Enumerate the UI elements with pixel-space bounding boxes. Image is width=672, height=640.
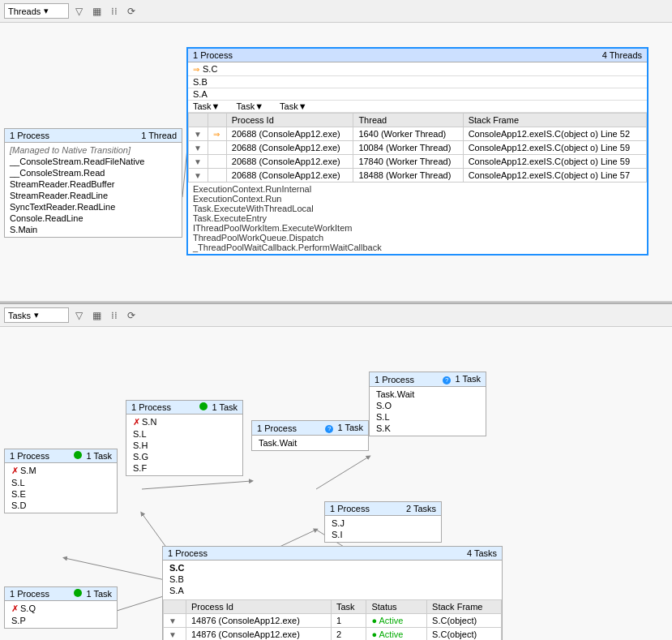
list-item: S.Main [10,224,177,235]
node-wait2[interactable]: 1 Process ? 1 Task Task.Wait S.O S.L S.K [369,372,486,436]
node-2tasks-process: 1 Process [330,504,370,513]
list-item: SyncTextReader.ReadLine [10,201,177,213]
node-sq-header: 1 Process 1 Task [5,587,117,601]
node-wait1-process: 1 Process [257,423,297,433]
main-thread-node[interactable]: 1 Process 4 Threads ⇒ S.C S.B S.A Task▼ … [186,47,648,256]
node-sm[interactable]: 1 Process 1 Task ✗S.M S.L S.E S.D [4,449,118,513]
expand-cell[interactable]: ▼ [189,141,208,155]
tasks-table: Process Id Task Status Stack Frame ▼ 148… [163,599,502,640]
arrow-cell [208,169,226,183]
node-wait1-body: Task.Wait [252,436,368,450]
expand-arrow-icon[interactable]: ▼ [194,157,202,166]
left-thread-node: 1 Process 1 Thread [Managed to Native Tr… [4,128,182,238]
green-badge-icon3 [199,402,208,410]
main-node-process: 1 Process [193,50,233,60]
list-item: ✗S.Q [10,603,112,615]
main-node-threads: 4 Threads [602,50,642,60]
list-item: S.L [131,428,238,440]
current-thread-icon: ⇒ [213,130,220,139]
group-button[interactable]: ▦ [89,3,105,19]
table-row[interactable]: ▼ 20688 (ConsoleApp12.exe) 18488 (Worker… [189,169,647,183]
node-sc-tasks[interactable]: 1 Process 4 Tasks S.C S.B S.A Process Id… [162,546,503,640]
x-icon2: ✗ [11,603,19,614]
expand-cell[interactable]: ▼ [164,628,186,641]
expand-cell[interactable]: ▼ [189,155,208,169]
col-task: Task [331,600,366,614]
table-row[interactable]: ▼ ⇒ 20688 (ConsoleApp12.exe) 1640 (Worke… [189,127,647,141]
frame-cell: S.C(object) [427,614,502,628]
node-2tasks-count: 2 Tasks [406,504,436,513]
tasks-panel: 1 Process 1 Task ✗S.M S.L S.E S.D 1 Proc… [0,327,672,640]
expand-cell[interactable]: ▼ [164,614,186,628]
frame-cell: ConsoleApp12.exeIS.C(object o) Line 59 [463,141,646,155]
col-thread: Thread [353,114,463,127]
thread-table: Process Id Thread Stack Frame ▼ ⇒ 20688 … [188,113,647,183]
table-row[interactable]: ▼ 20688 (ConsoleApp12.exe) 17840 (Worker… [189,155,647,169]
left-node-thread: 1 Thread [141,131,177,140]
node-sq-process: 1 Process [10,589,49,599]
node-sc-process: 1 Process [168,548,208,558]
tasks-group-button[interactable]: ▦ [89,307,105,324]
list-item: ✗S.M [10,465,112,477]
expand-cell[interactable]: ▼ [189,127,208,141]
col-expand [164,600,186,614]
tasks-dropdown-arrow: ▾ [34,310,39,320]
pid-cell: 20688 (ConsoleApp12.exe) [226,169,353,183]
tasks-filter-button[interactable]: ▽ [72,307,86,324]
table-row[interactable]: ▼ 14876 (ConsoleApp12.exe) 2 ● Active S.… [164,628,502,641]
tasks-columns-button[interactable]: ⁞⁞ [108,307,121,324]
x-icon: ✗ [11,466,19,476]
node-sc-body: S.C S.B S.A [163,561,502,598]
list-item: Task.ExecuteEntry [193,213,642,223]
frame-cell: S.C(object) [427,628,502,641]
node-wait1[interactable]: 1 Process ? 1 Task Task.Wait [251,420,369,451]
list-item: S.H [131,440,238,451]
thread-cell: 18488 (Worker Thread) [353,169,463,183]
x-icon3: ✗ [133,417,140,427]
green-badge-icon [74,451,82,459]
node-wait2-header: 1 Process ? 1 Task [370,372,486,387]
expand-arrow-icon[interactable]: ▼ [169,616,177,625]
list-item: StreamReader.ReadBuffer [10,178,177,190]
tasks-dropdown[interactable]: Tasks ▾ [4,307,69,323]
thread-cell: 17840 (Worker Thread) [353,155,463,169]
task-rows-header: Task▼ Task▼ Task▼ [188,101,647,113]
node-sn[interactable]: 1 Process 1 Task ✗S.N S.L S.H S.G S.F [126,400,243,476]
col-expand [189,114,208,127]
list-item: ThreadPoolWorkQueue.Dispatch [193,233,642,243]
list-item: _ThreadPoolWaitCallback.PerformWaitCallb… [193,243,642,252]
node-sn-process: 1 Process [131,402,171,412]
expand-arrow-icon[interactable]: ▼ [194,171,202,180]
node-sm-body: ✗S.M S.L S.E S.D [5,463,117,513]
callstack-section: ExecutionContext.RunInternal ExecutionCo… [188,183,647,254]
tasks-refresh-button[interactable]: ⟳ [124,307,139,324]
list-item: S.L [375,411,481,423]
node-sm-header: 1 Process 1 Task [5,449,117,463]
task-cell: 2 [331,628,366,641]
refresh-button[interactable]: ⟳ [124,3,139,19]
task-cell: 1 [331,614,366,628]
expand-arrow-icon[interactable]: ▼ [169,630,177,639]
expand-cell[interactable]: ▼ [189,169,208,183]
active-status: ● Active [371,629,403,639]
dropdown-arrow-icon: ▾ [44,6,49,16]
expand-arrow-icon[interactable]: ▼ [194,144,202,152]
node-sn-header: 1 Process 1 Task [126,401,242,414]
columns-button[interactable]: ⁞⁞ [108,3,121,19]
left-node-transition: [Managed to Native Transition] [10,144,177,156]
col-pid: Process Id [186,600,331,614]
node-2tasks[interactable]: 1 Process 2 Tasks S.J S.I [324,501,442,543]
list-item: S.C [168,562,497,573]
list-item: Task.ExecuteWithThreadLocal [193,204,642,213]
node-sq[interactable]: 1 Process 1 Task ✗S.Q S.P [4,586,118,629]
arrow-cell [208,155,226,169]
main-node-sc: S.C [203,64,217,74]
expand-arrow-icon[interactable]: ▼ [194,130,202,139]
filter-button[interactable]: ▽ [72,3,86,19]
threads-label: Threads [8,6,41,16]
threads-dropdown[interactable]: Threads ▾ [4,3,69,19]
main-node-sa: S.A [188,88,647,101]
node-sm-process: 1 Process [10,451,49,461]
table-row[interactable]: ▼ 20688 (ConsoleApp12.exe) 10084 (Worker… [189,141,647,155]
table-row[interactable]: ▼ 14876 (ConsoleApp12.exe) 1 ● Active S.… [164,614,502,628]
